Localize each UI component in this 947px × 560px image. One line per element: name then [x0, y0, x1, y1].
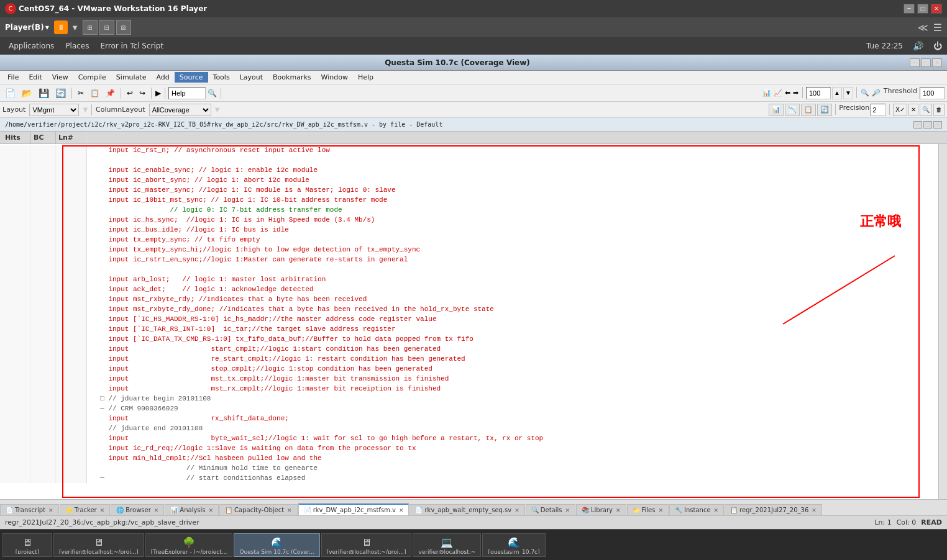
code-scrollbar-v[interactable]	[938, 144, 947, 499]
layout-select[interactable]: VMgmt	[29, 104, 79, 116]
coverage-btn-2[interactable]: 📉	[785, 104, 800, 116]
menu-layout[interactable]: Layout	[235, 72, 268, 83]
tab-item[interactable]: 📋Capacity-Object✕	[219, 504, 298, 515]
help-search-btn[interactable]: 🔍	[207, 88, 217, 98]
run-sim-btn[interactable]: ▶	[155, 88, 162, 98]
tab-item[interactable]: 📁Files✕	[627, 504, 669, 515]
save-btn[interactable]: 💾	[36, 87, 52, 99]
tab-item[interactable]: 📄Transcript✕	[0, 504, 59, 515]
tab-close-btn[interactable]: ✕	[100, 507, 105, 513]
tab-close-btn[interactable]: ✕	[616, 507, 621, 513]
undo-btn[interactable]: ↩	[124, 88, 135, 99]
zoom-out-btn[interactable]: 🔎	[871, 87, 881, 99]
win-min-btn[interactable]: ─	[904, 4, 915, 14]
path-min-btn[interactable]: ─	[913, 121, 922, 129]
questa-restore-btn[interactable]: □	[921, 58, 931, 67]
coverage-btn-4[interactable]: 🔄	[817, 104, 832, 116]
toolbar-icon-2[interactable]: 📈	[773, 87, 783, 99]
tab-close-btn[interactable]: ✕	[287, 507, 292, 513]
paste-btn[interactable]: 📌	[103, 88, 117, 99]
refresh-btn[interactable]: 🔄	[53, 87, 68, 99]
column-layout-select[interactable]: AllCoverage	[149, 104, 211, 116]
taskbar-button[interactable]: 🌊Questa Sim 10.7c (Cover...	[234, 533, 319, 557]
taskbar-button[interactable]: 🌳[TreeExplorer - (~/project...	[145, 533, 233, 557]
copy-btn[interactable]: 📋	[88, 88, 102, 99]
player-dropdown[interactable]: Player(B) ▼	[5, 23, 49, 32]
menu-simulate[interactable]: Simulate	[111, 72, 152, 83]
taskbar-button[interactable]: 🖥[verifier@localhost:~/proj...]	[53, 533, 144, 557]
tab-item[interactable]: 🌐Browser✕	[111, 504, 164, 515]
toggle-x-btn[interactable]: X✓	[893, 104, 907, 116]
vm-btn-2[interactable]: ⊟	[99, 20, 114, 35]
tab-close-btn[interactable]: ✕	[48, 507, 53, 513]
volume-icon[interactable]: 🔊	[913, 41, 923, 51]
tab-close-btn[interactable]: ✕	[209, 507, 214, 513]
menu-view[interactable]: View	[47, 72, 73, 83]
menu-edit[interactable]: Edit	[24, 72, 47, 83]
questa-close-btn[interactable]: ✕	[932, 58, 942, 67]
vm-btn-1[interactable]: ⊞	[83, 20, 98, 35]
taskbar-button[interactable]: 💻verifier@localhost:~	[413, 533, 481, 557]
help-input[interactable]	[168, 87, 206, 99]
tab-close-btn[interactable]: ✕	[399, 507, 404, 513]
menu-compile[interactable]: Compile	[73, 72, 111, 83]
layout-arrow-btn[interactable]: ▼	[83, 106, 88, 113]
menu-tools[interactable]: Tools	[208, 72, 235, 83]
tab-item[interactable]: 📊Analysis✕	[165, 504, 219, 515]
new-btn[interactable]: 📄	[2, 87, 18, 99]
tab-item[interactable]: 📄rkv_apb_wait_empty_seq.sv✕	[409, 504, 524, 515]
tab-item[interactable]: 📄rkv_DW_apb_i2c_mstfsm.v✕	[298, 504, 409, 515]
toolbar-icon-1[interactable]: 📊	[762, 87, 772, 99]
win-close-btn[interactable]: ✕	[931, 4, 942, 14]
tab-close-btn[interactable]: ✕	[714, 507, 719, 513]
clear-btn[interactable]: 🗑	[933, 104, 945, 116]
menu-bookmarks[interactable]: Bookmarks	[268, 72, 316, 83]
filter-btn[interactable]: 🔍	[920, 104, 932, 116]
menu-add[interactable]: Add	[151, 72, 174, 83]
gnome-app-error[interactable]: Error in Tcl Script	[96, 40, 167, 52]
precision-input[interactable]	[871, 104, 886, 116]
tab-item[interactable]: 🔍Details✕	[526, 504, 575, 515]
taskbar-button[interactable]: 🌊[questasim_10.7c]	[482, 533, 545, 557]
gnome-app-applications[interactable]: Applications	[5, 40, 58, 52]
path-max-btn[interactable]: □	[923, 121, 932, 129]
pause-btn[interactable]: ⏸	[54, 20, 68, 34]
column-layout-arrow-btn[interactable]: ▼	[215, 106, 220, 113]
menu-help[interactable]: Help	[353, 72, 378, 83]
count-down-btn[interactable]: ▼	[843, 87, 853, 99]
win-max-btn[interactable]: □	[917, 4, 928, 14]
taskbar-button[interactable]: 🖥[project]	[2, 533, 52, 557]
tab-close-btn[interactable]: ✕	[154, 507, 159, 513]
tab-item[interactable]: 📚Library✕	[576, 504, 626, 515]
redo-btn[interactable]: ↪	[137, 88, 148, 99]
gnome-app-places[interactable]: Places	[62, 40, 93, 52]
tab-close-btn[interactable]: ✕	[658, 507, 663, 513]
count-input[interactable]	[806, 87, 831, 99]
tab-label: Tracker	[75, 507, 97, 513]
tab-item[interactable]: ⭐Tracker✕	[60, 504, 111, 515]
vm-btn-3[interactable]: ⊠	[116, 20, 131, 35]
cut-btn[interactable]: ✂	[75, 88, 86, 99]
power-icon[interactable]: ⏻	[933, 41, 942, 51]
questa-min-btn[interactable]: ─	[910, 58, 920, 67]
coverage-btn-3[interactable]: 📋	[801, 104, 816, 116]
tab-item[interactable]: 🔧Instance✕	[669, 504, 724, 515]
tab-item[interactable]: 📋regr_2021Jul27_20_36✕	[725, 504, 822, 515]
menu-source[interactable]: Source	[175, 72, 208, 83]
toggle-x2-btn[interactable]: ✕	[908, 104, 918, 116]
coverage-btn-1[interactable]: 📊	[769, 104, 784, 116]
taskbar-button[interactable]: 🖥[verifier@localhost:~/proj...]	[321, 533, 412, 557]
tab-close-btn[interactable]: ✕	[812, 507, 817, 513]
count-up-btn[interactable]: ▲	[832, 87, 842, 99]
tab-close-btn[interactable]: ✕	[515, 507, 519, 513]
toolbar-icon-3[interactable]: ⬅	[784, 87, 791, 99]
menu-file[interactable]: File	[2, 72, 24, 83]
path-close-btn[interactable]: ✕	[933, 121, 942, 129]
zoom-btn[interactable]: 🔍	[860, 87, 870, 99]
pause-arrow-btn[interactable]: ▼	[73, 24, 78, 31]
toolbar-icon-4[interactable]: ➡	[792, 87, 799, 99]
menu-window[interactable]: Window	[316, 72, 353, 83]
open-btn[interactable]: 📂	[19, 87, 35, 99]
tab-close-btn[interactable]: ✕	[565, 507, 570, 513]
threshold-input[interactable]	[920, 87, 945, 99]
